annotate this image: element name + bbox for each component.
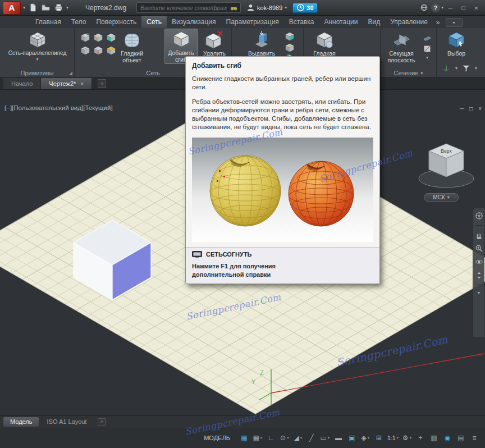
filter-button[interactable] <box>462 64 470 72</box>
polar-tracking-toggle[interactable]: ⊙ <box>278 432 291 444</box>
ribbon-tab-active[interactable]: Сеть <box>141 16 167 28</box>
hardware-acceleration-button[interactable]: ◉ <box>441 432 454 444</box>
minimize-button[interactable]: ─ <box>445 3 456 13</box>
show-motion-icon[interactable] <box>475 271 483 280</box>
app-menu-arrow-icon[interactable]: ▾ <box>23 5 25 10</box>
ribbon-tab[interactable]: Поверхность <box>91 16 141 28</box>
chevron-down-icon[interactable]: ▾ <box>475 66 477 71</box>
merge-face-button[interactable] <box>285 31 295 42</box>
split-button-arrow-icon[interactable]: ▾ <box>36 57 38 62</box>
binoculars-search-icon[interactable] <box>230 3 238 12</box>
panel-section: Секущая плоскость ▾ Сечение ▾ <box>381 28 437 77</box>
annotation-add-button[interactable]: + <box>414 432 427 444</box>
clean-screen-button[interactable]: ▤ <box>455 432 467 444</box>
smooth-convert-button[interactable]: Гладкая <box>306 29 343 58</box>
layout-tab-model[interactable]: Модель <box>3 417 39 427</box>
ribbon-tab[interactable]: Управление <box>385 16 433 28</box>
new-drawing-tab-button[interactable]: + <box>98 79 106 88</box>
smooth-object-button[interactable]: Гладкий объект <box>115 29 149 65</box>
ribbon-tab[interactable]: Главная <box>30 16 66 28</box>
sign-in-control[interactable]: kok-8989 ▾ <box>246 3 287 12</box>
mesh-refine-button[interactable] <box>79 44 91 57</box>
app-menu-button[interactable]: A <box>3 1 21 15</box>
doc-restore-button[interactable]: □ <box>469 106 473 112</box>
search-input[interactable] <box>139 4 228 12</box>
username: kok-8989 <box>257 4 282 11</box>
close-button[interactable]: × <box>470 3 482 13</box>
gizmo-button[interactable] <box>442 64 451 72</box>
orbit-icon[interactable] <box>475 258 483 266</box>
plot-button[interactable] <box>53 2 64 13</box>
lineweight-toggle[interactable]: ▬ <box>332 432 345 444</box>
help-menu-arrow-icon[interactable]: ▾ <box>441 5 443 10</box>
qat-customize-icon[interactable]: ▾ <box>66 5 68 10</box>
viewcube-top-label: Верх <box>441 148 452 154</box>
extrude-icon <box>252 30 271 49</box>
panel-launcher-icon[interactable]: ◢ <box>69 71 72 76</box>
layout-tab-iso-a1[interactable]: ISO A1 Layout <box>40 417 93 427</box>
close-hole-button[interactable] <box>285 43 295 53</box>
status-bar: МОДЕЛЬ ▦ ▦ ∟ ⊙ ◢ ╱ ▭ ▬ ▣ ◈ ⊞ 1:1 ⚙ + ▥ ◉… <box>0 428 485 448</box>
ribbon-tab[interactable]: Тело <box>66 16 91 28</box>
model-space-indicator[interactable]: МОДЕЛЬ <box>204 435 230 441</box>
mesh-revolve-button[interactable] <box>79 31 91 44</box>
new-drawing-button[interactable] <box>28 2 38 13</box>
iso-drafting-toggle[interactable]: ◢ <box>292 432 304 444</box>
mesh-box-icon <box>28 30 47 49</box>
mesh-edge-button[interactable] <box>92 31 104 44</box>
doc-minimize-button[interactable]: ─ <box>460 106 464 112</box>
chevron-down-icon: ▾ <box>447 195 450 200</box>
tooltip-footer: СЕТЬСОГНУТЬ Нажмите F1 для получения доп… <box>186 247 379 284</box>
dynamic-ucs-toggle[interactable]: ⊞ <box>373 432 385 444</box>
open-drawing-button[interactable] <box>40 2 51 13</box>
pan-hand-icon[interactable] <box>475 231 483 239</box>
zoom-icon[interactable] <box>475 244 483 253</box>
y-axis-label: Y <box>251 378 256 385</box>
panel-title[interactable]: Сечение ▾ <box>381 70 436 76</box>
customize-menu-button[interactable]: ≡ <box>468 432 481 444</box>
navigation-wheel-icon[interactable] <box>475 212 483 220</box>
trial-days-badge[interactable]: 30 <box>292 3 317 13</box>
ortho-mode-toggle[interactable]: ∟ <box>265 432 277 444</box>
panel-title[interactable]: Примитивы <box>0 70 74 76</box>
doc-close-button[interactable]: × <box>478 106 482 112</box>
viewport-controls-label[interactable]: [−][Пользовательский вид][Текущий] <box>4 104 113 111</box>
live-section-button[interactable] <box>422 33 432 43</box>
new-layout-button[interactable]: + <box>98 418 106 426</box>
button-label: Секущая плоскость <box>383 50 420 63</box>
snap-mode-toggle[interactable]: ▦ <box>251 432 264 444</box>
ribbon-tab[interactable]: Вставка <box>284 16 319 28</box>
close-tab-icon[interactable]: × <box>80 81 84 87</box>
navbar-more-icon[interactable]: ▾ <box>478 290 480 295</box>
grid-display-toggle[interactable]: ▦ <box>238 432 250 444</box>
annotation-scale-button[interactable]: 1:1 <box>386 432 400 444</box>
ribbon-display-toggle[interactable]: ▾ <box>446 18 463 27</box>
extrude-face-button[interactable]: Выдавить <box>244 29 279 58</box>
object-snap-toggle[interactable]: ▭ <box>319 432 331 444</box>
exchange-apps-icon[interactable] <box>418 3 430 13</box>
tab-overflow-icon[interactable]: » <box>433 17 443 28</box>
chevron-down-icon[interactable]: ▾ <box>455 66 457 71</box>
object-snap-tracking-toggle[interactable]: ╱ <box>305 432 318 444</box>
selection-cycling-toggle[interactable]: ▣ <box>346 432 358 444</box>
ribbon-tab[interactable]: Параметризация <box>221 16 284 28</box>
maximize-button[interactable]: □ <box>457 3 469 13</box>
chevron-down-icon[interactable]: ▾ <box>426 55 428 60</box>
help-button[interactable]: ? <box>431 3 440 12</box>
mesh-split-button[interactable] <box>92 44 104 57</box>
generate-section-button[interactable] <box>422 44 432 54</box>
file-tab-drawing-active[interactable]: Чертеж2* × <box>41 78 92 89</box>
ribbon-tab[interactable]: Вид <box>363 16 385 28</box>
selection-button[interactable]: Выбор <box>441 29 472 58</box>
3d-object-snap-toggle[interactable]: ◈ <box>359 432 372 444</box>
section-plane-icon <box>392 30 411 49</box>
ribbon-tab[interactable]: Аннотации <box>319 16 363 28</box>
viewcube[interactable]: Верх <box>414 132 478 191</box>
ribbon-tab[interactable]: Визуализация <box>167 16 221 28</box>
file-tab-start[interactable]: Начало <box>3 78 41 89</box>
mesh-box-button[interactable]: Сеть-параллелепипед ▾ <box>4 29 71 63</box>
ucs-selector-button[interactable]: МСК ▾ <box>424 193 459 202</box>
isolate-objects-button[interactable]: ▥ <box>428 432 440 444</box>
section-plane-button[interactable]: Секущая плоскость <box>382 29 421 65</box>
settings-gear-button[interactable]: ⚙ <box>401 432 413 444</box>
